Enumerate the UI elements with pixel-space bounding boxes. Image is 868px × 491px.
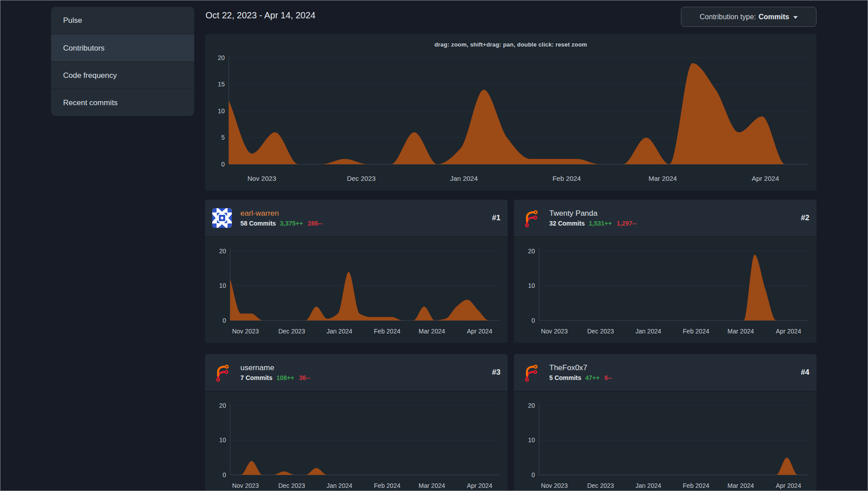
contributor-stats: 58 Commits 3,375++ 286-- bbox=[240, 220, 322, 227]
commit-count: 5 Commits bbox=[549, 374, 582, 381]
svg-text:Nov 2023: Nov 2023 bbox=[541, 482, 568, 489]
svg-text:Jan 2024: Jan 2024 bbox=[450, 175, 478, 182]
deletions-count: 286-- bbox=[308, 220, 323, 227]
chevron-down-icon bbox=[793, 16, 798, 19]
sidebar-item-pulse[interactable]: Pulse bbox=[51, 7, 194, 34]
contributor-cards-grid: earl-warren 58 Commits 3,375++ 286-- #1 … bbox=[205, 200, 817, 491]
contributor-stats: 32 Commits 1,531++ 1,297-- bbox=[549, 220, 637, 227]
svg-text:Feb 2024: Feb 2024 bbox=[683, 482, 709, 489]
contributor-chart-container: 01020Nov 2023Dec 2023Jan 2024Feb 2024Mar… bbox=[514, 237, 817, 341]
overall-chart-panel: drag: zoom, shift+drag: pan, double clic… bbox=[205, 34, 817, 191]
svg-text:Nov 2023: Nov 2023 bbox=[232, 482, 259, 489]
svg-text:5: 5 bbox=[221, 134, 225, 141]
contributor-name-link[interactable]: Twenty Panda bbox=[549, 209, 637, 218]
contribution-type-dropdown[interactable]: Contribution type: Commits bbox=[681, 7, 817, 27]
forgejo-logo-avatar bbox=[521, 208, 541, 228]
contributor-card-header: TheFox0x7 5 Commits 47++ 6-- #4 bbox=[514, 354, 817, 391]
svg-text:20: 20 bbox=[528, 402, 535, 409]
chart-zoom-hint: drag: zoom, shift+drag: pan, double clic… bbox=[205, 34, 817, 48]
svg-text:Apr 2024: Apr 2024 bbox=[776, 482, 801, 489]
svg-text:Jan 2024: Jan 2024 bbox=[635, 482, 661, 489]
svg-text:Mar 2024: Mar 2024 bbox=[727, 328, 754, 335]
svg-text:0: 0 bbox=[222, 471, 226, 478]
contributor-commits-chart[interactable]: 01020Nov 2023Dec 2023Jan 2024Feb 2024Mar… bbox=[521, 399, 809, 491]
contributor-avatar-identicon bbox=[212, 208, 232, 228]
svg-text:Mar 2024: Mar 2024 bbox=[419, 482, 445, 489]
rank-badge: #4 bbox=[801, 368, 809, 377]
contribution-type-label: Contribution type: bbox=[700, 13, 756, 21]
contributor-card-header: username 7 Commits 108++ 36-- #3 bbox=[205, 354, 508, 391]
sidebar-item-contributors[interactable]: Contributors bbox=[51, 34, 194, 61]
svg-text:Feb 2024: Feb 2024 bbox=[374, 482, 400, 489]
svg-text:Apr 2024: Apr 2024 bbox=[467, 482, 492, 489]
deletions-count: 6-- bbox=[604, 374, 612, 381]
svg-text:Apr 2024: Apr 2024 bbox=[752, 175, 779, 182]
svg-text:Dec 2023: Dec 2023 bbox=[587, 328, 614, 335]
sidebar-item-recent-commits[interactable]: Recent commits bbox=[51, 89, 194, 116]
svg-text:Feb 2024: Feb 2024 bbox=[374, 328, 400, 335]
contributor-card-header: earl-warren 58 Commits 3,375++ 286-- #1 bbox=[205, 200, 508, 237]
svg-text:0: 0 bbox=[222, 317, 226, 324]
contributor-name-link[interactable]: TheFox0x7 bbox=[549, 363, 612, 372]
additions-count: 108++ bbox=[276, 374, 294, 381]
rank-badge: #1 bbox=[492, 213, 500, 222]
contributor-card-1: earl-warren 58 Commits 3,375++ 286-- #1 … bbox=[205, 200, 508, 343]
svg-text:Mar 2024: Mar 2024 bbox=[649, 175, 677, 182]
svg-text:0: 0 bbox=[221, 161, 225, 168]
rank-badge: #2 bbox=[801, 213, 809, 222]
contributor-commits-chart[interactable]: 01020Nov 2023Dec 2023Jan 2024Feb 2024Mar… bbox=[212, 244, 500, 341]
forgejo-logo-avatar bbox=[212, 363, 232, 382]
svg-text:Nov 2023: Nov 2023 bbox=[248, 175, 276, 182]
contributor-commits-chart[interactable]: 01020Nov 2023Dec 2023Jan 2024Feb 2024Mar… bbox=[212, 399, 500, 491]
svg-text:0: 0 bbox=[531, 471, 535, 478]
svg-text:Feb 2024: Feb 2024 bbox=[552, 175, 581, 182]
additions-count: 3,375++ bbox=[280, 220, 303, 227]
contributor-stats: 7 Commits 108++ 36-- bbox=[240, 374, 310, 381]
contributor-commits-chart[interactable]: 01020Nov 2023Dec 2023Jan 2024Feb 2024Mar… bbox=[521, 244, 809, 341]
svg-text:Apr 2024: Apr 2024 bbox=[776, 328, 801, 335]
forgejo-logo-avatar bbox=[521, 363, 541, 382]
contributor-card-2: Twenty Panda 32 Commits 1,531++ 1,297-- … bbox=[514, 200, 817, 343]
svg-text:Jan 2024: Jan 2024 bbox=[326, 328, 352, 335]
contributor-card-4: TheFox0x7 5 Commits 47++ 6-- #4 01020Nov… bbox=[514, 354, 817, 491]
svg-text:Dec 2023: Dec 2023 bbox=[587, 482, 614, 489]
contributor-card-header: Twenty Panda 32 Commits 1,531++ 1,297-- … bbox=[514, 200, 817, 237]
overall-contributions-chart[interactable]: 05101520Nov 2023Dec 2023Jan 2024Feb 2024… bbox=[211, 52, 811, 188]
svg-text:Dec 2023: Dec 2023 bbox=[278, 328, 305, 335]
commit-count: 7 Commits bbox=[240, 374, 273, 381]
svg-text:10: 10 bbox=[219, 282, 226, 289]
commit-count: 32 Commits bbox=[549, 220, 585, 227]
sidebar-item-code-frequency[interactable]: Code frequency bbox=[51, 61, 194, 89]
svg-text:10: 10 bbox=[219, 436, 226, 444]
contributor-name-link[interactable]: earl-warren bbox=[240, 209, 322, 218]
svg-text:10: 10 bbox=[528, 282, 535, 289]
svg-text:Nov 2023: Nov 2023 bbox=[232, 328, 259, 335]
contribution-type-value: Commits bbox=[758, 13, 789, 21]
svg-text:10: 10 bbox=[528, 436, 535, 444]
additions-count: 1,531++ bbox=[589, 220, 611, 227]
date-range-title: Oct 22, 2023 - Apr 14, 2024 bbox=[205, 10, 316, 21]
svg-text:Apr 2024: Apr 2024 bbox=[467, 328, 492, 335]
contributor-chart-container: 01020Nov 2023Dec 2023Jan 2024Feb 2024Mar… bbox=[205, 391, 508, 491]
contributor-name-link[interactable]: username bbox=[240, 363, 310, 372]
svg-text:Mar 2024: Mar 2024 bbox=[727, 482, 754, 489]
svg-text:Nov 2023: Nov 2023 bbox=[541, 328, 568, 335]
deletions-count: 36-- bbox=[299, 374, 310, 381]
svg-text:Dec 2023: Dec 2023 bbox=[278, 482, 305, 489]
svg-text:20: 20 bbox=[219, 402, 226, 409]
rank-badge: #3 bbox=[492, 368, 500, 377]
contributor-chart-container: 01020Nov 2023Dec 2023Jan 2024Feb 2024Mar… bbox=[514, 391, 817, 491]
svg-text:20: 20 bbox=[218, 54, 225, 61]
activity-sidebar: Pulse Contributors Code frequency Recent… bbox=[51, 7, 194, 116]
contributor-card-3: username 7 Commits 108++ 36-- #3 01020No… bbox=[205, 354, 508, 491]
svg-text:15: 15 bbox=[218, 81, 225, 88]
deletions-count: 1,297-- bbox=[617, 220, 637, 227]
commit-count: 58 Commits bbox=[240, 220, 276, 227]
svg-text:Jan 2024: Jan 2024 bbox=[326, 482, 352, 489]
contributor-stats: 5 Commits 47++ 6-- bbox=[549, 374, 612, 381]
svg-text:10: 10 bbox=[218, 107, 225, 115]
svg-text:Dec 2023: Dec 2023 bbox=[347, 175, 376, 182]
additions-count: 47++ bbox=[585, 374, 599, 381]
svg-text:Jan 2024: Jan 2024 bbox=[635, 328, 661, 335]
svg-text:Mar 2024: Mar 2024 bbox=[419, 328, 445, 335]
